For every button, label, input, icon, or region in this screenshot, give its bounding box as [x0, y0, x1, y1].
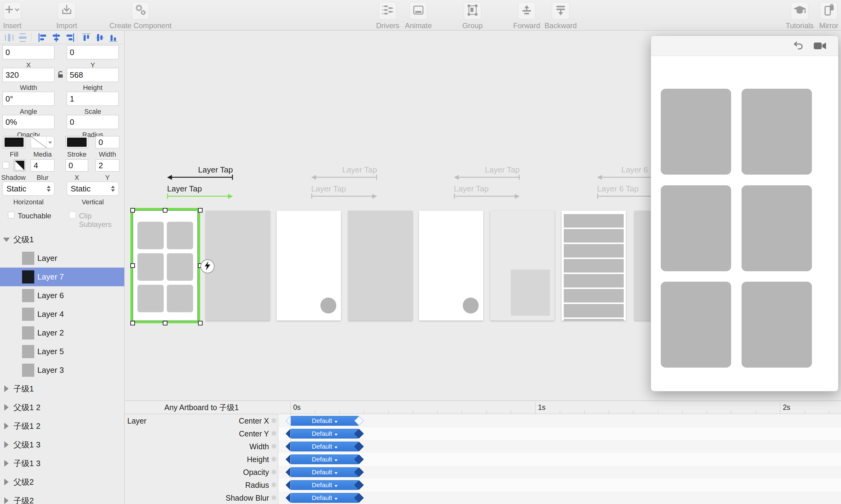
layer-group-row[interactable]: 父级1 2 [0, 398, 124, 417]
layer-row[interactable]: Layer 6 [0, 286, 124, 305]
clip-sublayers-checkbox[interactable] [69, 212, 76, 218]
transition-arrow-right[interactable] [167, 193, 233, 199]
layer-row[interactable]: Layer [0, 249, 124, 268]
shadow-y-field[interactable] [95, 159, 119, 172]
snowflake-icon[interactable]: ❄ [271, 440, 277, 453]
easing-dropdown[interactable]: Default [291, 480, 359, 490]
preview-window-titlebar[interactable] [651, 36, 838, 56]
radius-field[interactable] [67, 115, 119, 129]
snowflake-icon[interactable]: ❄ [271, 414, 277, 427]
fill-swatch[interactable] [3, 136, 25, 148]
keyframe-bar-height[interactable]: Default [286, 454, 363, 465]
transition-arrow-left[interactable] [454, 174, 520, 180]
mirror-button[interactable]: Mirror [806, 2, 841, 30]
artboard-6[interactable] [490, 211, 555, 321]
artboard-2[interactable] [206, 211, 270, 321]
stroke-swatch[interactable] [66, 136, 88, 148]
layer-row[interactable]: Layer 7 [0, 268, 124, 286]
artboard-4[interactable] [348, 211, 413, 321]
align-middle-vertical-icon[interactable] [94, 32, 105, 44]
snowflake-icon[interactable]: ❄ [271, 466, 277, 479]
vertical-resizing-select[interactable]: Static [67, 182, 119, 196]
easing-dropdown[interactable]: Default [291, 429, 359, 438]
camera-icon[interactable] [813, 41, 827, 52]
backward-button[interactable]: Backward [538, 2, 584, 30]
layer-group-row[interactable]: 父级2 [0, 473, 124, 491]
layer-group-row[interactable]: 父级1 3 [0, 435, 124, 454]
easing-dropdown[interactable]: Default [291, 467, 359, 477]
keyframe-bar-center-y[interactable]: Default [286, 429, 363, 439]
selection-handle[interactable] [130, 321, 135, 325]
layer-row[interactable]: Layer 5 [0, 342, 124, 361]
layer-row[interactable]: Layer 3 [0, 361, 124, 380]
align-right-icon[interactable] [64, 32, 75, 44]
horizontal-resizing-select[interactable]: Static [2, 182, 54, 196]
layer-group-row[interactable]: 子级2 [0, 491, 124, 504]
height-field[interactable] [67, 68, 119, 82]
transition-pair[interactable]: Layer Tap Layer Tap [311, 165, 377, 200]
disclosure-collapsed-icon[interactable] [4, 497, 8, 504]
shadow-blur-field[interactable] [31, 159, 54, 172]
selection-handle[interactable] [198, 321, 203, 325]
keyframe-bar-shadow-blur[interactable]: Default [286, 493, 363, 503]
insert-button[interactable]: Insert [0, 2, 35, 30]
artboard-5[interactable] [419, 211, 483, 321]
easing-dropdown[interactable]: Default [291, 493, 359, 503]
selection-handle[interactable] [163, 208, 168, 213]
artboard-3[interactable] [277, 211, 341, 321]
distribute-vertical-icon[interactable] [17, 32, 28, 44]
transition-pair[interactable]: Layer Tap Layer Tap [454, 165, 520, 200]
opacity-field[interactable] [2, 115, 54, 129]
shadow-checkbox[interactable] [2, 162, 9, 168]
layer-group-row[interactable]: 子级1 3 [0, 454, 124, 473]
selection-handle[interactable] [130, 263, 135, 268]
scale-field[interactable] [67, 92, 119, 106]
easing-dropdown[interactable]: Default [291, 442, 359, 451]
disclosure-collapsed-icon[interactable] [4, 460, 8, 467]
disclosure-collapsed-icon[interactable] [4, 404, 8, 411]
align-top-icon[interactable] [81, 32, 92, 44]
align-center-horizontal-icon[interactable] [51, 32, 62, 44]
disclosure-expanded-icon[interactable] [3, 238, 10, 242]
transition-arrow-left[interactable] [167, 174, 233, 180]
size-lock-icon[interactable] [57, 70, 64, 80]
width-field[interactable] [2, 68, 54, 82]
disclosure-collapsed-icon[interactable] [4, 441, 8, 448]
layer-group-row[interactable]: 子级1 [0, 380, 124, 398]
easing-dropdown[interactable]: Default [291, 454, 359, 464]
transition-arrow-right[interactable] [311, 193, 377, 199]
snowflake-icon[interactable]: ❄ [271, 491, 277, 504]
transition-pair[interactable]: Layer Tap Layer Tap [167, 165, 233, 200]
angle-field[interactable] [2, 92, 54, 106]
selection-handle[interactable] [198, 208, 203, 213]
snowflake-icon[interactable]: ❄ [271, 479, 277, 491]
keyframe-bar-center-x[interactable]: Default [286, 416, 363, 426]
disclosure-collapsed-icon[interactable] [4, 479, 8, 485]
snowflake-icon[interactable]: ❄ [271, 453, 277, 466]
create-component-button[interactable]: Create Component [101, 2, 180, 30]
snowflake-icon[interactable]: ❄ [271, 427, 277, 440]
shadow-x-field[interactable] [66, 159, 88, 172]
selection-handle[interactable] [130, 208, 135, 213]
disclosure-collapsed-icon[interactable] [4, 422, 8, 429]
transition-arrow-right[interactable] [454, 193, 520, 199]
group-button[interactable]: Group [450, 2, 495, 30]
selection-handle[interactable] [163, 321, 168, 325]
animate-button[interactable]: Animate [396, 2, 441, 30]
x-field[interactable] [2, 45, 54, 59]
touchable-checkbox[interactable] [8, 212, 15, 218]
layer-group-row[interactable]: 子级1 2 [0, 417, 124, 435]
interaction-bolt-badge[interactable] [200, 259, 214, 273]
layer-row[interactable]: Layer 4 [0, 305, 124, 324]
artboard-7[interactable] [562, 211, 626, 321]
layer-group-row[interactable]: 父级1 [0, 230, 124, 249]
undo-icon[interactable] [792, 41, 804, 53]
transition-arrow-left[interactable] [311, 174, 377, 180]
keyframe-bar-opacity[interactable]: Default [286, 467, 363, 478]
align-left-icon[interactable] [37, 32, 48, 44]
distribute-horizontal-icon[interactable] [4, 32, 15, 44]
layer-row[interactable]: Layer 2 [0, 324, 124, 342]
y-field[interactable] [67, 45, 119, 59]
shadow-color-swatch[interactable] [14, 159, 26, 172]
media-well[interactable] [31, 136, 54, 148]
